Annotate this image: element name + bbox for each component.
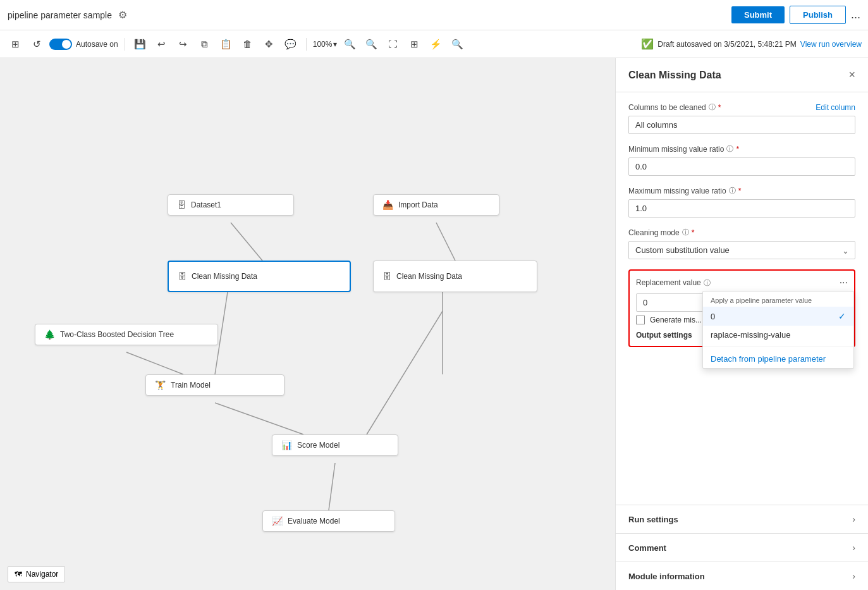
run-settings-section[interactable]: Run settings › xyxy=(616,505,868,533)
columns-label-row: Columns to be cleaned ⓘ * Edit column xyxy=(628,102,855,112)
autosave-toggle-switch[interactable] xyxy=(49,39,72,50)
navigator-label: Navigator xyxy=(26,570,58,579)
columns-label-text: Columns to be cleaned xyxy=(628,103,706,112)
search-icon[interactable]: 🔍 xyxy=(448,35,466,53)
zoom-out-icon[interactable]: 🔍 xyxy=(341,35,358,53)
node-label-decision-tree: Two-Class Boosted Decision Tree xyxy=(60,330,174,339)
gear-icon[interactable]: ⚙ xyxy=(118,9,127,21)
dropdown-separator xyxy=(703,347,853,347)
zoom-level[interactable]: 100% xyxy=(313,40,333,49)
lightning-icon[interactable]: ⚡ xyxy=(427,35,444,53)
check-circle-icon: ✅ xyxy=(641,38,654,50)
replacement-header: Replacement value ⓘ ··· xyxy=(636,277,848,288)
cleaning-mode-select[interactable]: Custom substitution value xyxy=(628,241,855,259)
min-ratio-label-left: Minimum missing value ratio ⓘ * xyxy=(628,144,739,154)
zoom-chevron: ▾ xyxy=(333,40,337,49)
comment-label: Comment xyxy=(628,543,666,553)
replacement-dropdown: Apply a pipeline parameter value 0 ✓ rap… xyxy=(702,291,854,369)
max-ratio-label-row: Maximum missing value ratio ⓘ * xyxy=(628,186,855,195)
detach-link[interactable]: Detach from pipeline parameter xyxy=(703,350,853,368)
zoom-in-icon[interactable]: 🔍 xyxy=(362,35,380,53)
node-decision-tree[interactable]: 🌲 Two-Class Boosted Decision Tree xyxy=(35,324,218,345)
pipeline-title: pipeline parameter sample xyxy=(8,10,112,20)
top-bar-left: pipeline parameter sample ⚙ xyxy=(8,9,127,21)
columns-input[interactable] xyxy=(628,116,855,134)
max-ratio-info-icon[interactable]: ⓘ xyxy=(729,186,736,195)
columns-field-group: Columns to be cleaned ⓘ * Edit column xyxy=(628,102,855,134)
top-bar-right: Submit Publish ... xyxy=(731,6,860,24)
check-mark-icon: ✓ xyxy=(838,311,846,321)
delete-icon[interactable]: 🗑 xyxy=(239,35,257,53)
save-icon[interactable]: 💾 xyxy=(131,35,149,53)
fit-screen-icon[interactable]: ⛶ xyxy=(384,35,401,53)
min-ratio-info-icon[interactable]: ⓘ xyxy=(726,144,733,154)
columns-info-icon[interactable]: ⓘ xyxy=(709,102,716,112)
node-evaluate-model[interactable]: 📈 Evaluate Model xyxy=(262,510,395,532)
run-settings-chevron: › xyxy=(852,514,855,524)
replacement-section: Replacement value ⓘ ··· Apply a pipeline… xyxy=(628,269,855,347)
dropdown-option-zero[interactable]: 0 ✓ xyxy=(703,307,853,326)
min-ratio-required: * xyxy=(736,145,739,154)
node-clean-missing-data-1[interactable]: 🗄 Clean Missing Data xyxy=(168,261,351,292)
cleaning-mode-info-icon[interactable]: ⓘ xyxy=(682,228,689,237)
node-dataset1[interactable]: 🗄 Dataset1 xyxy=(168,194,294,216)
max-ratio-label-left: Maximum missing value ratio ⓘ * xyxy=(628,186,741,195)
evaluate-icon: 📈 xyxy=(272,516,283,526)
svg-line-7 xyxy=(329,463,335,510)
pipeline-canvas[interactable]: 🗄 Dataset1 📥 Import Data 🗄 Clean Missing… xyxy=(0,58,615,590)
redo-icon[interactable]: ↪ xyxy=(174,35,192,53)
max-ratio-label-text: Maximum missing value ratio xyxy=(628,187,726,195)
node-clean-missing-data-2[interactable]: 🗄 Clean Missing Data xyxy=(373,261,537,292)
module-info-section[interactable]: Module information › xyxy=(616,562,868,590)
cleaning-mode-required: * xyxy=(692,228,695,237)
module-info-label: Module information xyxy=(628,572,705,581)
view-run-link[interactable]: View run overview xyxy=(800,40,862,49)
generate-checkbox[interactable] xyxy=(636,316,645,324)
autosave-toggle[interactable]: Autosave on xyxy=(49,39,118,50)
replacement-label: Replacement value ⓘ xyxy=(636,278,711,288)
replacement-info-icon[interactable]: ⓘ xyxy=(704,278,711,288)
score-icon: 📊 xyxy=(281,440,292,450)
min-ratio-label-row: Minimum missing value ratio ⓘ * xyxy=(628,144,855,154)
more-options-button[interactable]: ... xyxy=(851,8,860,22)
comment-section[interactable]: Comment › xyxy=(616,533,868,562)
node-train-model[interactable]: 🏋 Train Model xyxy=(145,374,284,396)
dropdown-option-replace[interactable]: raplace-missing-value xyxy=(703,326,853,344)
columns-required: * xyxy=(718,103,721,112)
columns-label-left: Columns to be cleaned ⓘ * xyxy=(628,102,721,112)
copy-icon[interactable]: ⧉ xyxy=(196,35,214,53)
edit-column-link[interactable]: Edit column xyxy=(816,103,855,112)
panel-body: Columns to be cleaned ⓘ * Edit column Mi… xyxy=(616,92,868,505)
zoom-control[interactable]: 100% ▾ xyxy=(313,40,338,49)
close-panel-button[interactable]: × xyxy=(848,68,855,82)
node-import-data[interactable]: 📥 Import Data xyxy=(373,194,499,216)
side-panel: Clean Missing Data × Columns to be clean… xyxy=(615,58,868,590)
undo-icon[interactable]: ↩ xyxy=(153,35,171,53)
navigator-button[interactable]: 🗺 Navigator xyxy=(8,566,65,582)
panel-header: Clean Missing Data × xyxy=(616,58,868,92)
node-score-model[interactable]: 📊 Score Model xyxy=(272,434,398,456)
max-ratio-input[interactable] xyxy=(628,199,855,218)
submit-button[interactable]: Submit xyxy=(731,6,785,23)
node-label-clean1: Clean Missing Data xyxy=(192,272,257,281)
draft-status-text: Draft autosaved on 3/5/2021, 5:48:21 PM xyxy=(657,40,796,49)
move-icon[interactable]: ✥ xyxy=(260,35,278,53)
replacement-label-text: Replacement value xyxy=(636,278,701,287)
dropdown-section-label: Apply a pipeline parameter value xyxy=(703,292,853,307)
clean-icon-1: 🗄 xyxy=(178,271,186,281)
svg-line-5 xyxy=(215,403,303,434)
import-icon: 📥 xyxy=(382,200,393,210)
replacement-more-button[interactable]: ··· xyxy=(840,277,848,288)
min-ratio-input[interactable] xyxy=(628,157,855,176)
node-label-score-model: Score Model xyxy=(297,441,339,450)
refresh-icon[interactable]: ↺ xyxy=(28,35,46,53)
navigator-icon: 🗺 xyxy=(15,570,22,579)
node-label-train-model: Train Model xyxy=(171,381,211,390)
train-icon: 🏋 xyxy=(155,380,166,390)
library-icon[interactable]: ⊞ xyxy=(6,35,24,53)
comment-icon[interactable]: 💬 xyxy=(282,35,300,53)
main-area: 🗄 Dataset1 📥 Import Data 🗄 Clean Missing… xyxy=(0,58,868,590)
publish-button[interactable]: Publish xyxy=(790,6,846,24)
grid-icon[interactable]: ⊞ xyxy=(405,35,423,53)
paste-icon[interactable]: 📋 xyxy=(217,35,235,53)
